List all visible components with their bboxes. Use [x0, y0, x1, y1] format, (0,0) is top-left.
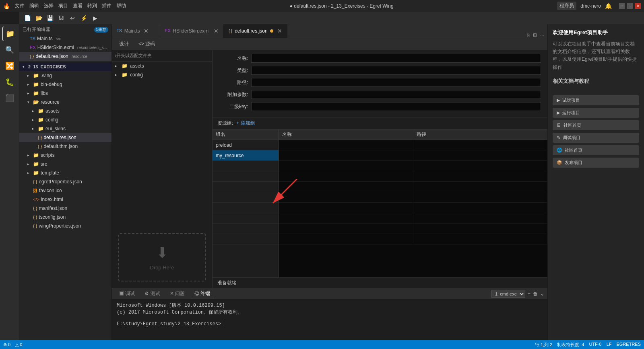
- sidebar-item-config[interactable]: ▸ 📁 config: [19, 115, 111, 124]
- publish-project-button[interactable]: 📦 发布项目: [553, 158, 639, 168]
- community-button[interactable]: 🌐 社区首页: [553, 145, 639, 155]
- json-file-icon: { }: [33, 179, 37, 184]
- tab-close-icon[interactable]: ✕: [277, 28, 282, 34]
- tab-close-icon[interactable]: ✕: [144, 28, 149, 34]
- terminal-tab-debug-icon[interactable]: ▣ 调试: [115, 289, 139, 298]
- tab-default-res-json[interactable]: { } default.res.json ✕: [224, 24, 287, 38]
- open-file-main-ts[interactable]: TS Main.ts src: [19, 34, 111, 43]
- publish-icon: 📦: [557, 160, 562, 165]
- save-all-button[interactable]: 🖫: [56, 13, 66, 23]
- sidebar-item-wing[interactable]: ▸ 📁 .wing: [19, 71, 111, 80]
- menu-file[interactable]: 文件: [15, 2, 25, 9]
- git-icon[interactable]: 🔀: [2, 59, 17, 73]
- try-project-button[interactable]: ▶ 试玩项目: [553, 95, 639, 105]
- debug-button[interactable]: ▶: [90, 13, 100, 23]
- minimize-button[interactable]: ─: [619, 3, 625, 9]
- sidebar-item-scripts[interactable]: ▸ 📁 scripts: [19, 151, 111, 160]
- name-input[interactable]: [251, 54, 541, 63]
- terminal-tab-debug[interactable]: ⚙ 测试: [140, 289, 164, 298]
- add-terminal-icon[interactable]: +: [528, 291, 530, 297]
- terminal-tab-problems[interactable]: ✕ 问题: [166, 289, 189, 298]
- chevron-right-icon: ▸: [115, 73, 119, 77]
- unsaved-badge: 1未存: [94, 27, 108, 33]
- sidebar-item-assets[interactable]: ▸ 📁 assets: [19, 107, 111, 115]
- tab-close-icon[interactable]: ✕: [214, 28, 219, 34]
- source-mode-button[interactable]: <> 源码: [136, 40, 157, 48]
- terminal-tab-terminal[interactable]: ◎ 终端: [190, 289, 214, 298]
- split-editor-icon[interactable]: ⎘: [527, 32, 530, 38]
- file-tree-item-config[interactable]: ▸ 📁 config: [112, 70, 212, 79]
- sidebar-item-eui-skins[interactable]: ▸ 📁 eui_skins: [19, 124, 111, 133]
- save-button[interactable]: 💾: [45, 13, 55, 23]
- sidebar-item-resource[interactable]: ▾ 📂 resource: [19, 98, 111, 107]
- debug-icon[interactable]: 🐛: [2, 75, 17, 89]
- folder-label: eui_skins: [45, 126, 66, 131]
- sidebar-item-libs[interactable]: ▸ 📁 libs: [19, 89, 111, 98]
- new-file-button[interactable]: 📄: [23, 13, 32, 23]
- close-button[interactable]: ✕: [635, 3, 641, 9]
- run-project-button[interactable]: ▶ 运行项目: [553, 108, 639, 118]
- sub-key-input[interactable]: [251, 102, 541, 111]
- open-editors-label: 已打开编辑器: [23, 27, 50, 33]
- sidebar-item-manifest[interactable]: { } manifest.json: [19, 204, 111, 213]
- extra-param-input[interactable]: [251, 90, 541, 99]
- design-mode-button[interactable]: 设计: [117, 40, 131, 48]
- sidebar-item-default-thm-json[interactable]: { } default.thm.json: [19, 142, 111, 151]
- forum-home-button[interactable]: 🖻 社区首页: [553, 120, 639, 130]
- add-group-button[interactable]: + 添加组: [236, 120, 255, 127]
- sidebar-item-wing-props[interactable]: { } wingProperties.json: [19, 222, 111, 230]
- folder-label: config: [45, 117, 58, 123]
- search-icon[interactable]: 🔍: [2, 43, 17, 57]
- sidebar-item-template[interactable]: ▸ 📁 template: [19, 168, 111, 177]
- group-row-preload[interactable]: preload: [213, 140, 279, 150]
- delete-terminal-icon[interactable]: 🗑: [533, 291, 538, 297]
- menu-project[interactable]: 项目: [58, 2, 68, 9]
- chevron-right-icon: ▸: [27, 82, 31, 86]
- undo-button[interactable]: ↩: [68, 13, 77, 23]
- sidebar-item-bin-debug[interactable]: ▸ 📁 bin-debug: [19, 80, 111, 89]
- menu-select[interactable]: 选择: [44, 2, 54, 9]
- tab-hsliderskin[interactable]: EX HSliderSkin.exml ✕: [160, 24, 224, 38]
- terminal-select[interactable]: 1: cmd.exe: [491, 290, 525, 298]
- menu-edit[interactable]: 编辑: [29, 2, 39, 9]
- folder-icon: 📁: [33, 73, 39, 78]
- right-panel-title: 欢迎使用Egret项目助手: [553, 29, 639, 36]
- drop-zone[interactable]: ⬇ Drop Here: [118, 233, 206, 281]
- sidebar-item-src[interactable]: ▸ 📁 src: [19, 160, 111, 168]
- globe-icon: 🌐: [557, 148, 562, 153]
- group-row-my-resource[interactable]: my_resource: [213, 150, 279, 161]
- open-file-hsliderskin[interactable]: EX HSliderSkin.exml resource\eui_s...: [19, 43, 111, 52]
- editor-content: /开头以匹配文件夹 ▸ 📁 assets ▸ 📁 config: [112, 50, 547, 288]
- extensions-icon[interactable]: ⬛: [2, 91, 17, 105]
- layout-icon[interactable]: ⊞: [533, 32, 537, 38]
- open-button[interactable]: 📂: [34, 13, 43, 23]
- sidebar-item-index-html[interactable]: </> index.html: [19, 195, 111, 204]
- explorer-icon[interactable]: 📁: [2, 27, 17, 41]
- sidebar-item-favicon[interactable]: 🖼 favicon.ico: [19, 186, 111, 195]
- sub-key-label: 二级key:: [219, 103, 251, 110]
- build-button[interactable]: ⚡: [79, 13, 89, 23]
- menu-view[interactable]: 查看: [73, 2, 83, 9]
- terminal-more-icon[interactable]: ⌄: [540, 291, 544, 297]
- chevron-right-icon: ▸: [27, 74, 31, 78]
- sidebar-item-egret-props[interactable]: { } egretProperties.json: [19, 177, 111, 186]
- path-input[interactable]: [251, 78, 541, 87]
- group-list: 组名 preload my_resource: [213, 129, 279, 277]
- data-row-1: [279, 140, 547, 150]
- menu-plugins[interactable]: 插件: [102, 2, 111, 9]
- tab-main-ts[interactable]: TS Main.ts ✕: [112, 24, 160, 38]
- sidebar-item-tsconfig[interactable]: { } tsconfig.json: [19, 213, 111, 222]
- terminal-content: Microsoft Windows [版本 10.0.16299.15] (c)…: [112, 300, 547, 340]
- type-input[interactable]: [251, 66, 541, 75]
- menu-goto[interactable]: 转到: [87, 2, 97, 9]
- notification-icon[interactable]: 🔔: [605, 3, 612, 9]
- menu-help[interactable]: 帮助: [116, 2, 126, 9]
- terminal-toolbar: 1: cmd.exe + 🗑 ⌄: [491, 290, 544, 298]
- chevron-right-icon: ▸: [27, 162, 31, 166]
- more-icon[interactable]: ···: [540, 32, 544, 38]
- maximize-button[interactable]: □: [627, 3, 633, 9]
- debug-project-button[interactable]: ✎ 调试项目: [553, 133, 639, 143]
- file-tree-item-assets[interactable]: ▸ 📁 assets: [112, 62, 212, 70]
- sidebar-item-default-res-json[interactable]: { } default.res.json: [19, 133, 111, 142]
- open-file-default-res-json[interactable]: { } default.res.json resource: [19, 52, 111, 61]
